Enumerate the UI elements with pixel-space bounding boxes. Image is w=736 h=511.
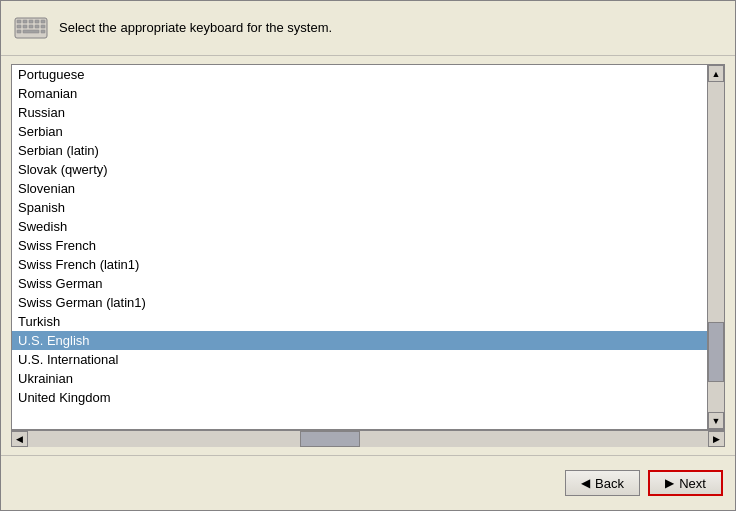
- main-window: Select the appropriate keyboard for the …: [0, 0, 736, 511]
- svg-rect-13: [41, 30, 45, 33]
- list-item[interactable]: Spanish: [12, 198, 707, 217]
- svg-rect-4: [35, 20, 39, 23]
- svg-rect-9: [35, 25, 39, 28]
- list-item[interactable]: Swiss German (latin1): [12, 293, 707, 312]
- scroll-right-button[interactable]: ▶: [708, 431, 725, 447]
- footer-section: ◀ Back ▶ Next: [1, 455, 735, 510]
- svg-rect-11: [23, 30, 39, 33]
- next-label: Next: [679, 476, 706, 491]
- list-item[interactable]: Portuguese: [12, 65, 707, 84]
- list-item[interactable]: United Kingdom: [12, 388, 707, 407]
- svg-rect-6: [17, 25, 21, 28]
- svg-rect-12: [17, 30, 21, 33]
- scroll-up-button[interactable]: ▲: [708, 65, 724, 82]
- scroll-down-button[interactable]: ▼: [708, 412, 724, 429]
- list-item[interactable]: U.S. English: [12, 331, 707, 350]
- scroll-left-button[interactable]: ◀: [11, 431, 28, 447]
- keyboard-list-container: PortugueseRomanianRussianSerbianSerbian …: [11, 64, 725, 430]
- list-item[interactable]: Romanian: [12, 84, 707, 103]
- hscroll-track: [28, 431, 708, 447]
- list-item[interactable]: Swiss German: [12, 274, 707, 293]
- content-area: PortugueseRomanianRussianSerbianSerbian …: [1, 56, 735, 455]
- back-button[interactable]: ◀ Back: [565, 470, 640, 496]
- list-item[interactable]: Swedish: [12, 217, 707, 236]
- keyboard-list-scroll[interactable]: PortugueseRomanianRussianSerbianSerbian …: [12, 65, 707, 429]
- svg-rect-8: [29, 25, 33, 28]
- svg-rect-7: [23, 25, 27, 28]
- list-item[interactable]: U.S. International: [12, 350, 707, 369]
- back-label: Back: [595, 476, 624, 491]
- list-item[interactable]: Ukrainian: [12, 369, 707, 388]
- horizontal-scrollbar: ◀ ▶: [11, 430, 725, 447]
- list-item[interactable]: Slovenian: [12, 179, 707, 198]
- header-text: Select the appropriate keyboard for the …: [59, 19, 332, 37]
- svg-rect-3: [29, 20, 33, 23]
- next-button[interactable]: ▶ Next: [648, 470, 723, 496]
- vertical-scrollbar: ▲ ▼: [707, 65, 724, 429]
- list-item[interactable]: Slovak (qwerty): [12, 160, 707, 179]
- list-item[interactable]: Serbian (latin): [12, 141, 707, 160]
- next-arrow-icon: ▶: [665, 476, 674, 490]
- list-item[interactable]: Swiss French: [12, 236, 707, 255]
- svg-rect-1: [17, 20, 21, 23]
- svg-rect-10: [41, 25, 45, 28]
- header-section: Select the appropriate keyboard for the …: [1, 1, 735, 56]
- list-item[interactable]: Russian: [12, 103, 707, 122]
- scroll-track: [708, 82, 724, 412]
- keyboard-icon: [13, 12, 49, 44]
- list-item[interactable]: Serbian: [12, 122, 707, 141]
- list-item[interactable]: Turkish: [12, 312, 707, 331]
- svg-rect-5: [41, 20, 45, 23]
- svg-rect-2: [23, 20, 27, 23]
- hscroll-thumb[interactable]: [300, 431, 360, 447]
- scroll-thumb[interactable]: [708, 322, 724, 382]
- back-arrow-icon: ◀: [581, 476, 590, 490]
- list-item[interactable]: Swiss French (latin1): [12, 255, 707, 274]
